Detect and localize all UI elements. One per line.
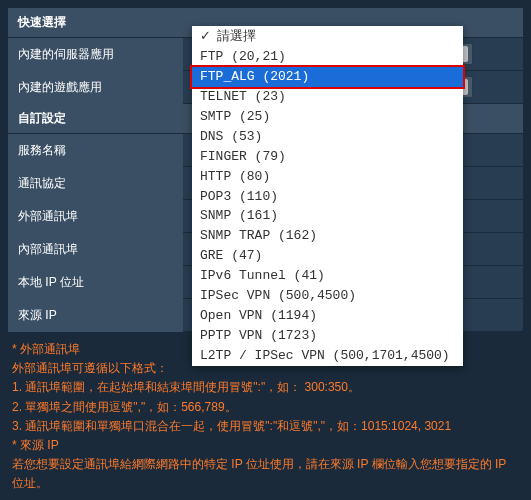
external-port-label: 外部通訊埠 <box>8 200 183 233</box>
dropdown-option[interactable]: SMTP (25) <box>192 107 463 127</box>
dropdown-option[interactable]: SNMP TRAP (162) <box>192 226 463 246</box>
server-app-label: 內建的伺服器應用 <box>8 38 183 71</box>
source-ip-label: 來源 IP <box>8 299 183 332</box>
dropdown-option[interactable]: FTP (20,21) <box>192 47 463 67</box>
internal-port-label: 內部通訊埠 <box>8 233 183 266</box>
service-name-label: 服務名稱 <box>8 134 183 167</box>
dropdown-option[interactable]: L2TP / IPSec VPN (500,1701,4500) <box>192 346 463 366</box>
dropdown-option[interactable]: GRE (47) <box>192 246 463 266</box>
local-ip-label: 本地 IP 位址 <box>8 266 183 299</box>
hint-line-3: 3. 通訊埠範圍和單獨埠口混合在一起，使用冒號":"和逗號","，如：1015:… <box>12 417 519 436</box>
hint-source-ip-text: 若您想要設定通訊埠給網際網路中的特定 IP 位址使用，請在來源 IP 欄位輸入您… <box>12 455 519 493</box>
hint-line-1: 1. 通訊埠範圍，在起始埠和結束埠間使用冒號":"，如： 300:350。 <box>12 378 519 397</box>
dropdown-option[interactable]: SNMP (161) <box>192 206 463 226</box>
dropdown-option[interactable]: IPv6 Tunnel (41) <box>192 266 463 286</box>
dropdown-option[interactable]: Open VPN (1194) <box>192 306 463 326</box>
protocol-label: 通訊協定 <box>8 167 183 200</box>
game-app-label: 內建的遊戲應用 <box>8 71 183 104</box>
dropdown-option[interactable]: HTTP (80) <box>192 167 463 187</box>
dropdown-option[interactable]: TELNET (23) <box>192 87 463 107</box>
hint-line-2: 2. 單獨埠之間使用逗號","，如：566,789。 <box>12 398 519 417</box>
dropdown-option[interactable]: FINGER (79) <box>192 147 463 167</box>
dropdown-option[interactable]: ✓ 請選擇 <box>192 26 463 47</box>
dropdown-option[interactable]: FTP_ALG (2021) <box>190 65 465 89</box>
dropdown-option[interactable]: POP3 (110) <box>192 187 463 207</box>
checkmark-icon: ✓ <box>200 28 215 43</box>
server-app-dropdown-list: ✓ 請選擇FTP (20,21)FTP_ALG (2021)TELNET (23… <box>192 26 463 366</box>
hint-source-ip-title: * 來源 IP <box>12 436 519 455</box>
dropdown-option[interactable]: DNS (53) <box>192 127 463 147</box>
dropdown-option[interactable]: IPSec VPN (500,4500) <box>192 286 463 306</box>
dropdown-option[interactable]: PPTP VPN (1723) <box>192 326 463 346</box>
